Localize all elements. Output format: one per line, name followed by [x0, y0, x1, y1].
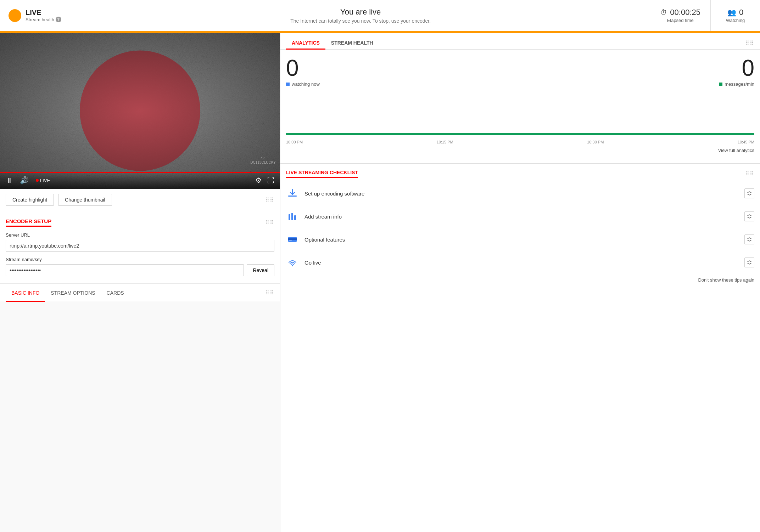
checklist-label-2: Add stream info: [304, 214, 342, 220]
right-panel: ANALYTICS STREAM HEALTH ⠿⠿ 0 watching no…: [280, 33, 760, 532]
people-icon: 👥: [727, 8, 736, 17]
watching-label: Watching: [726, 18, 745, 23]
help-icon[interactable]: ?: [56, 17, 61, 22]
drag-handle-encoder: ⠿⠿: [265, 219, 274, 226]
live-dot-small: [36, 179, 39, 182]
stats-row: 0 watching now 0 messages/min: [280, 50, 760, 90]
checklist-item-optional[interactable]: Optional features: [286, 228, 754, 251]
tab-stream-health[interactable]: STREAM HEALTH: [325, 37, 379, 50]
collapse-btn-2[interactable]: [744, 211, 754, 221]
watching-value-row: 👥 0: [727, 8, 743, 17]
bottom-tabs: BASIC INFO STREAM OPTIONS CARDS ⠿⠿: [0, 284, 280, 301]
watermark: 🛡 DC113CLUCKY: [250, 156, 276, 165]
checklist-item-go-live[interactable]: Go live: [286, 251, 754, 274]
you-are-live-subtitle: The Internet can totally see you now. To…: [290, 18, 431, 24]
drag-handle-buttons: ⠿⠿: [265, 197, 274, 203]
messages-number: 0: [742, 57, 754, 79]
checklist-label-1: Set up encoding software: [304, 191, 364, 197]
collapse-icon-1: [747, 191, 752, 196]
tab-stream-options[interactable]: STREAM OPTIONS: [45, 285, 101, 302]
left-panel: 🛡 DC113CLUCKY ⏸ 🔊 LIVE ⚙ ⛶ Create highli…: [0, 33, 280, 532]
drag-handle-tabs: ⠿⠿: [265, 289, 274, 296]
checklist-item-encoding[interactable]: Set up encoding software: [286, 182, 754, 205]
volume-button[interactable]: 🔊: [18, 175, 30, 186]
encoder-section-title: ENCODER SETUP: [6, 218, 51, 227]
encoder-section-header: ENCODER SETUP ⠿⠿: [6, 218, 274, 227]
analytics-tabs-left: ANALYTICS STREAM HEALTH: [286, 37, 379, 49]
download-icon: [286, 187, 299, 200]
change-thumbnail-button[interactable]: Change thumbnail: [58, 194, 112, 206]
tab-analytics[interactable]: ANALYTICS: [286, 37, 325, 50]
dont-show-tips[interactable]: Don't show these tips again: [286, 274, 754, 283]
checklist-header: LIVE STREAMING CHECKLIST ⠿⠿: [286, 170, 754, 178]
checklist-item-left-1: Set up encoding software: [286, 187, 364, 200]
checklist-item-left-2: Add stream info: [286, 210, 342, 223]
collapse-btn-3[interactable]: [744, 234, 754, 244]
watching-stat: 👥 0 Watching: [710, 0, 760, 31]
tab-basic-info[interactable]: BASIC INFO: [6, 285, 45, 302]
create-highlight-button[interactable]: Create highlight: [6, 194, 54, 206]
watermark-icon: 🛡: [250, 156, 276, 160]
live-badge: LIVE: [36, 178, 50, 183]
collapse-icon-3: [747, 237, 752, 242]
view-full-analytics[interactable]: View full analytics: [280, 146, 760, 157]
wifi-icon: [286, 256, 299, 269]
svg-rect-5: [288, 196, 297, 197]
svg-rect-7: [291, 213, 293, 220]
checklist-item-stream-info[interactable]: Add stream info: [286, 205, 754, 228]
video-controls: ⏸ 🔊 LIVE ⚙ ⛶: [0, 172, 280, 189]
fullscreen-button[interactable]: ⛶: [266, 175, 276, 186]
chart-label-4: 10:45 PM: [738, 140, 754, 144]
watching-now-block: 0 watching now: [286, 57, 520, 87]
watching-now-number: 0: [286, 57, 520, 79]
checklist-item-left-4: Go live: [286, 256, 321, 269]
watching-count: 0: [739, 8, 743, 17]
svg-rect-11: [289, 240, 292, 241]
collapse-icon-2: [747, 214, 752, 219]
header-right: ⏱ 00:00:25 Elapsed time 👥 0 Watching: [650, 0, 760, 31]
analytics-tabs-row: ANALYTICS STREAM HEALTH ⠿⠿: [280, 33, 760, 50]
checklist-section: LIVE STREAMING CHECKLIST ⠿⠿ Set up encod…: [280, 164, 760, 288]
checklist-label-4: Go live: [304, 260, 321, 266]
stream-key-row: Reveal: [6, 264, 274, 276]
checklist-title: LIVE STREAMING CHECKLIST: [286, 170, 358, 178]
live-badge-text: LIVE: [40, 178, 50, 183]
pause-button[interactable]: ⏸: [4, 175, 14, 186]
live-text-block: LIVE Stream health ?: [26, 9, 61, 22]
encoder-setup-section: ENCODER SETUP ⠿⠿ Server URL Stream name/…: [0, 211, 280, 284]
collapse-icon-4: [747, 260, 752, 265]
svg-rect-6: [289, 214, 290, 220]
collapse-btn-4[interactable]: [744, 257, 754, 267]
stream-health-label: Stream health ?: [26, 17, 61, 22]
live-label: LIVE: [26, 9, 61, 17]
watching-now-desc: watching now: [286, 81, 520, 87]
stream-key-input[interactable]: [6, 264, 244, 276]
drag-handle-checklist: ⠿⠿: [745, 170, 754, 177]
card-icon: [286, 233, 299, 246]
download-svg: [287, 188, 297, 198]
analytics-chart: [286, 92, 754, 135]
blue-dot: [286, 83, 290, 86]
checklist-label-3: Optional features: [304, 237, 345, 243]
ctrl-right: ⚙ ⛶: [254, 175, 276, 186]
chart-label-3: 10:30 PM: [587, 140, 604, 144]
collapse-btn-1[interactable]: [744, 188, 754, 198]
chart-label-1: 10:00 PM: [286, 140, 303, 144]
you-are-live-title: You are live: [340, 7, 381, 17]
card-svg: [287, 234, 297, 244]
messages-desc: messages/min: [719, 81, 754, 87]
tab-cards[interactable]: CARDS: [101, 285, 130, 302]
action-buttons-row: Create highlight Change thumbnail ⠿⠿: [0, 189, 280, 211]
stream-key-label: Stream name/key: [6, 257, 274, 262]
top-header: LIVE Stream health ? You are live The In…: [0, 0, 760, 31]
live-indicator: [9, 9, 21, 22]
chart-svg: [286, 92, 754, 134]
reveal-button[interactable]: Reveal: [247, 264, 274, 276]
settings-button[interactable]: ⚙: [254, 175, 263, 186]
clock-icon: ⏱: [660, 9, 667, 17]
video-background: [0, 33, 280, 189]
bar-chart-svg: [287, 211, 297, 221]
messages-block: 0 messages/min: [520, 57, 755, 87]
server-url-input[interactable]: [6, 240, 274, 252]
svg-point-12: [292, 265, 293, 266]
